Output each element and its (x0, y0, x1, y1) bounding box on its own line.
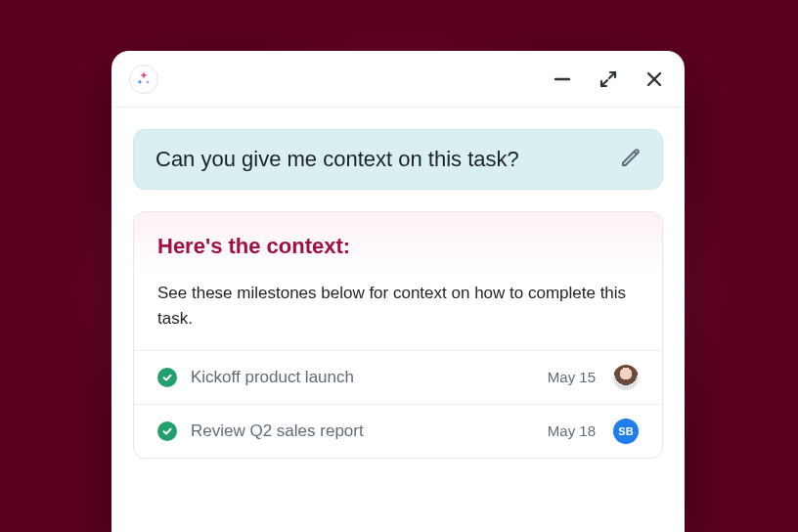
response-body: See these milestones below for context o… (134, 273, 662, 350)
assignee-avatar[interactable] (613, 365, 639, 390)
milestone-row[interactable]: Review Q2 sales report May 18 SB (134, 405, 662, 458)
milestone-title: Kickoff product launch (191, 368, 534, 387)
milestone-list: Kickoff product launch May 15 Review Q2 … (134, 350, 662, 458)
expand-button[interactable] (598, 69, 618, 89)
check-complete-icon (157, 421, 177, 441)
content-area: Can you give me context on this task? He… (111, 108, 685, 459)
close-button[interactable] (645, 70, 663, 88)
milestone-date: May 15 (548, 369, 596, 385)
window-controls (554, 69, 663, 89)
prompt-bar[interactable]: Can you give me context on this task? (133, 129, 663, 190)
titlebar (111, 51, 685, 108)
milestone-row[interactable]: Kickoff product launch May 15 (134, 351, 662, 405)
milestone-date: May 18 (548, 422, 596, 439)
app-logo (129, 65, 158, 94)
assignee-avatar[interactable]: SB (613, 419, 639, 444)
response-title: Here's the context: (157, 234, 639, 259)
ai-assistant-window: Can you give me context on this task? He… (111, 51, 685, 532)
response-card: Here's the context: See these milestones… (133, 211, 663, 459)
minimize-button[interactable] (554, 70, 571, 88)
response-header: Here's the context: (134, 212, 662, 273)
check-complete-icon (157, 368, 177, 387)
milestone-title: Review Q2 sales report (191, 421, 534, 441)
edit-icon[interactable] (619, 146, 643, 173)
prompt-text: Can you give me context on this task? (155, 147, 519, 172)
